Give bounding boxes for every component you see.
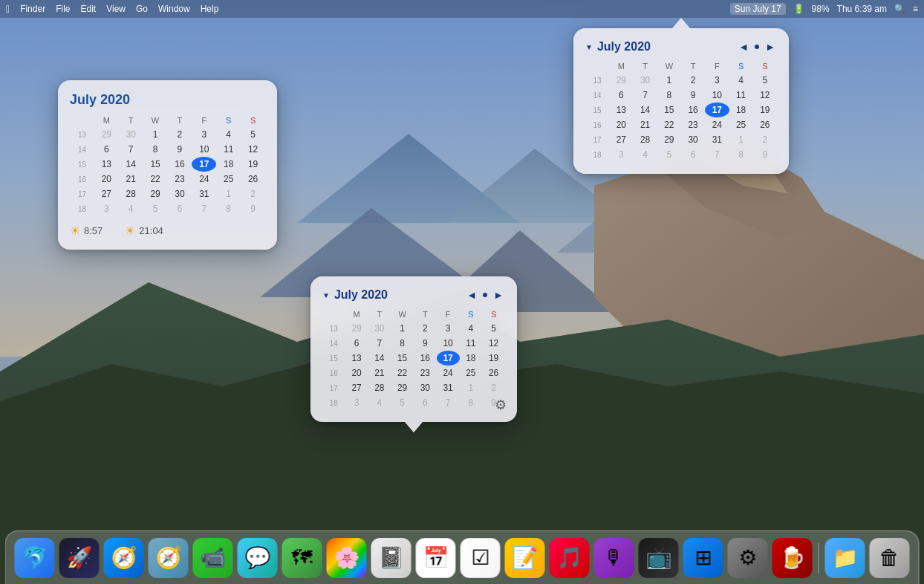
calendar-day[interactable]: 3 — [705, 73, 729, 88]
calendar-day[interactable]: 20 — [345, 366, 368, 380]
calendar-day[interactable]: 12 — [482, 336, 505, 351]
calendar-day[interactable]: 25 — [216, 172, 241, 186]
calendar-day[interactable]: 29 — [143, 186, 168, 201]
calendar-day[interactable]: 21 — [368, 366, 391, 380]
dropdown-arrow[interactable]: ▼ — [585, 43, 593, 51]
calendar-day[interactable]: 8 — [391, 336, 414, 351]
calendar-day[interactable]: 30 — [634, 73, 657, 88]
calendar-day[interactable]: 11 — [216, 142, 241, 157]
calendar-day[interactable]: 5 — [241, 127, 265, 142]
calendar-day[interactable]: 12 — [753, 88, 777, 103]
calendar-day[interactable]: 27 — [345, 380, 368, 395]
calendar-day[interactable]: 15 — [657, 103, 681, 117]
calendar-day[interactable]: 6 — [168, 201, 192, 216]
calendar-day[interactable]: 11 — [729, 88, 753, 103]
calendar-day[interactable]: 3 — [94, 201, 119, 216]
calendar-day[interactable]: 26 — [241, 172, 265, 186]
menu-file[interactable]: File — [56, 4, 70, 14]
calendar-day[interactable]: 4 — [729, 73, 753, 88]
calendar-day[interactable]: 18 — [729, 103, 753, 117]
dock-icon-reminders[interactable]: ☑ — [461, 538, 501, 578]
calendar-day[interactable]: 30 — [119, 127, 143, 142]
dock-icon-appletv[interactable]: 📺 — [639, 538, 679, 578]
calendar-day[interactable]: 24 — [705, 117, 729, 132]
prev-month-button-bottom[interactable]: ◄ — [465, 289, 478, 301]
today-dot[interactable] — [755, 45, 759, 49]
calendar-day[interactable]: 14 — [368, 351, 391, 366]
dock-icon-contacts[interactable]: 📓 — [371, 538, 411, 578]
calendar-day[interactable]: 28 — [119, 186, 143, 201]
calendar-day[interactable]: 9 — [168, 142, 192, 157]
calendar-day[interactable]: 8 — [143, 142, 168, 157]
prev-month-button[interactable]: ◄ — [737, 41, 750, 53]
calendar-day[interactable]: 15 — [143, 157, 168, 172]
calendar-day[interactable]: 20 — [609, 117, 633, 132]
calendar-day[interactable]: 2 — [168, 127, 192, 142]
calendar-day[interactable]: 12 — [241, 142, 265, 157]
calendar-day[interactable]: 31 — [437, 380, 460, 395]
menu-edit[interactable]: Edit — [80, 4, 96, 14]
calendar-day[interactable]: 7 — [119, 142, 143, 157]
calendar-day[interactable]: 1 — [143, 127, 168, 142]
calendar-day[interactable]: 29 — [391, 380, 414, 395]
calendar-day[interactable]: 4 — [119, 201, 143, 216]
calendar-day[interactable]: 2 — [482, 380, 505, 395]
calendar-day[interactable]: 8 — [460, 395, 483, 410]
calendar-day[interactable]: 19 — [753, 103, 777, 117]
calendar-day[interactable]: 1 — [460, 380, 483, 395]
calendar-day[interactable]: 29 — [345, 321, 368, 336]
calendar-day[interactable]: 13 — [609, 103, 633, 117]
calendar-day[interactable]: 6 — [345, 336, 368, 351]
calendar-day[interactable]: 30 — [681, 132, 705, 147]
calendar-day[interactable]: 24 — [437, 366, 460, 380]
calendar-day[interactable]: 8 — [729, 147, 753, 162]
calendar-day[interactable]: 15 — [391, 351, 414, 366]
calendar-day[interactable]: 13 — [345, 351, 368, 366]
calendar-day[interactable]: 29 — [94, 127, 119, 142]
dock-icon-safari[interactable]: 🧭 — [104, 538, 144, 578]
calendar-day[interactable]: 30 — [368, 321, 391, 336]
dock-icon-trash[interactable]: 🗑 — [870, 538, 910, 578]
calendar-day[interactable]: 14 — [119, 157, 143, 172]
calendar-day[interactable]: 30 — [414, 380, 437, 395]
calendar-day[interactable]: 7 — [192, 201, 216, 216]
settings-gear-icon[interactable]: ⚙ — [495, 397, 507, 413]
search-icon[interactable]: 🔍 — [894, 4, 905, 14]
calendar-day[interactable]: 4 — [460, 321, 483, 336]
dropdown-arrow-bottom[interactable]: ▼ — [322, 291, 330, 299]
calendar-day[interactable]: 21 — [634, 117, 657, 132]
calendar-day[interactable]: 20 — [94, 172, 119, 186]
calendar-day[interactable]: 9 — [241, 201, 265, 216]
calendar-day[interactable]: 2 — [753, 132, 777, 147]
calendar-day[interactable]: 11 — [460, 336, 483, 351]
calendar-day[interactable]: 9 — [414, 336, 437, 351]
dock-icon-calendar[interactable]: 📅 — [416, 538, 456, 578]
calendar-day[interactable]: 23 — [414, 366, 437, 380]
calendar-day[interactable]: 17 — [192, 157, 216, 172]
calendar-day[interactable]: 31 — [705, 132, 729, 147]
calendar-day[interactable]: 4 — [634, 147, 657, 162]
calendar-day[interactable]: 18 — [460, 351, 483, 366]
calendar-day[interactable]: 25 — [460, 366, 483, 380]
calendar-day[interactable]: 26 — [753, 117, 777, 132]
calendar-day[interactable]: 9 — [753, 147, 777, 162]
calendar-day[interactable]: 29 — [609, 73, 633, 88]
dock-icon-syspref[interactable]: ⚙ — [728, 538, 768, 578]
control-center-icon[interactable]: ≡ — [913, 4, 918, 14]
calendar-day[interactable]: 18 — [216, 157, 241, 172]
calendar-day[interactable]: 10 — [437, 336, 460, 351]
calendar-day[interactable]: 5 — [657, 147, 681, 162]
menu-window[interactable]: Window — [158, 4, 190, 14]
calendar-day[interactable]: 22 — [391, 366, 414, 380]
calendar-day[interactable]: 3 — [609, 147, 633, 162]
menu-go[interactable]: Go — [136, 4, 148, 14]
dock-icon-stickies[interactable]: 📝 — [505, 538, 545, 578]
menu-help[interactable]: Help — [201, 4, 219, 14]
calendar-day[interactable]: 17 — [437, 351, 460, 366]
calendar-day[interactable]: 4 — [368, 395, 391, 410]
calendar-day[interactable]: 1 — [657, 73, 681, 88]
calendar-day[interactable]: 24 — [192, 172, 216, 186]
calendar-day[interactable]: 21 — [119, 172, 143, 186]
dock-icon-bartender[interactable]: 🍺 — [772, 538, 813, 578]
calendar-day[interactable]: 1 — [391, 321, 414, 336]
